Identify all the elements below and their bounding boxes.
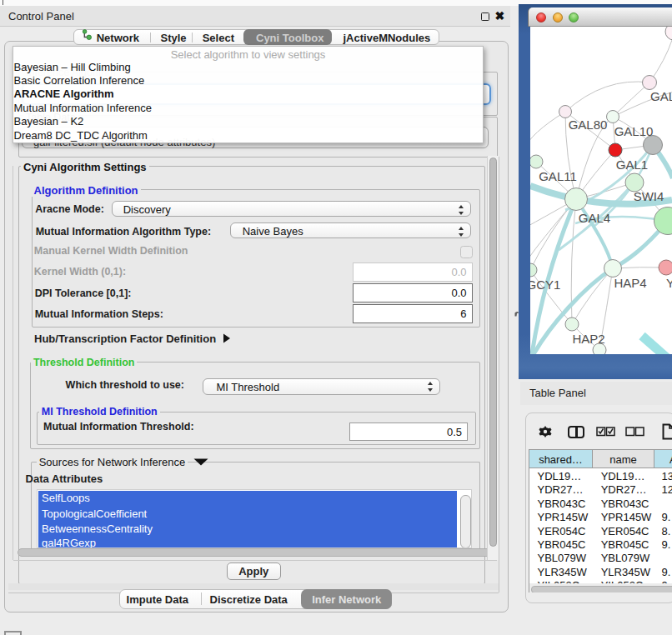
svg-text:GAL80: GAL80: [569, 118, 608, 132]
svg-text:GAL10: GAL10: [614, 124, 654, 138]
svg-text:GAL1: GAL1: [616, 158, 648, 172]
svg-text:SWI4: SWI4: [634, 189, 664, 203]
svg-text:GAL11: GAL11: [539, 169, 577, 183]
svg-text:HAP4: HAP4: [614, 276, 646, 290]
svg-text:GAL2: GAL2: [650, 89, 672, 103]
svg-text:GCY1: GCY1: [530, 278, 560, 292]
svg-text:YPL: YPL: [666, 276, 672, 290]
svg-text:HAP2: HAP2: [572, 332, 604, 346]
svg-text:GAL4: GAL4: [579, 211, 610, 225]
